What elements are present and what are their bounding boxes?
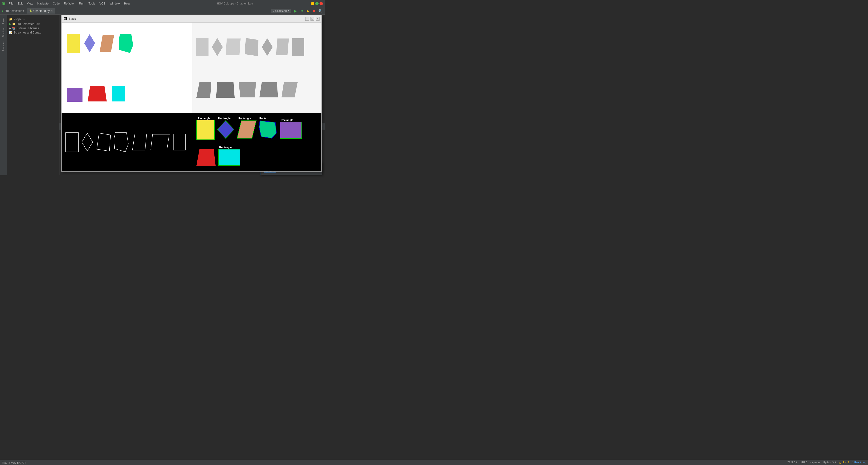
gray-shape-6 (276, 38, 289, 56)
menu-navigate[interactable]: Navigate (35, 1, 51, 6)
tree-item-3rd-semester[interactable]: ▶ 📁 3rd Semester DAR (7, 22, 59, 26)
labeled-orange-parallelogram: Rectangle (237, 117, 257, 140)
labeled-red-trapezoid (196, 145, 216, 166)
file-tree-header: 📁 Project ▾ (7, 16, 59, 22)
tree-item-external-libs[interactable]: ▶ 📚 External Libraries (7, 26, 59, 30)
svg-marker-12 (276, 38, 289, 55)
menu-refactor[interactable]: Refactor (62, 1, 76, 6)
svg-text:Recta: Recta (259, 117, 267, 120)
stack-minimize-button[interactable]: — (305, 17, 309, 21)
app-logo: ▣ (2, 1, 5, 6)
svg-rect-26 (196, 120, 214, 140)
tree-item-scratches[interactable]: 📝 Scratches and Cons... (7, 30, 59, 35)
stop-button[interactable]: ■ (311, 8, 317, 13)
chevron-down-icon: ▾ (23, 18, 25, 21)
stack-title-text: Stack (69, 17, 76, 21)
svg-rect-7 (196, 38, 209, 56)
update-button[interactable]: ↻ (299, 8, 304, 13)
svg-marker-20 (82, 133, 93, 151)
stack-restore-button[interactable]: □ (310, 17, 314, 21)
project-selector[interactable]: ● 3rd Semester ▾ (2, 9, 24, 12)
branch-selector[interactable]: ⑂ Chapter 8 ▾ (271, 9, 291, 13)
toolbar-icons: ▶ ↻ ▶ ■ 🔍 (293, 8, 323, 13)
menu-edit[interactable]: Edit (16, 1, 25, 6)
svg-text:Rectangle: Rectangle (198, 117, 210, 120)
sidebar-project-icon[interactable]: Project (2, 16, 5, 24)
gray-trap-2 (215, 81, 235, 98)
menu-view[interactable]: View (25, 1, 35, 6)
svg-text:Rectangle: Rectangle (281, 119, 293, 122)
stack-titlebar: 🖼 Stack — □ ✕ (62, 15, 321, 23)
chevron-icon: ▾ (23, 9, 24, 12)
svg-marker-30 (237, 121, 256, 138)
svg-marker-2 (100, 35, 114, 52)
svg-marker-18 (281, 82, 298, 97)
folder-icon: 📁 (9, 18, 12, 21)
menu-file[interactable]: File (7, 1, 15, 6)
gray-shape-1 (196, 37, 209, 57)
svg-text:Rectangle: Rectangle (218, 117, 230, 120)
shape-orange-parallelogram (99, 34, 115, 52)
outline-shape-2 (81, 133, 93, 152)
outline-shape-5 (131, 134, 148, 151)
main-layout: Project Structure Favorites 📁 Project ▾ … (0, 15, 325, 175)
outline-shape-4 (114, 132, 129, 152)
tab-chapter8[interactable]: 🐍 Chapter 8.py ✕ (27, 8, 55, 13)
search-button[interactable]: 🔍 (318, 8, 323, 13)
svg-marker-15 (216, 82, 235, 98)
labeled-blue-diamond: Rectangle (217, 117, 235, 140)
minimize-button[interactable] (311, 2, 314, 5)
svg-rect-4 (67, 88, 83, 102)
branch-chevron: ▾ (288, 9, 289, 12)
menu-vcs[interactable]: VCS (97, 1, 107, 6)
svg-marker-5 (88, 86, 107, 101)
menu-window[interactable]: Window (108, 1, 122, 6)
shapes-gray-panel (192, 23, 321, 113)
svg-marker-10 (245, 38, 258, 56)
stack-close-button[interactable]: ✕ (316, 17, 319, 21)
right-controls: ⑂ Chapter 8 ▾ ▶ ↻ ▶ ■ 🔍 (271, 8, 323, 13)
project-tree-label: Project (13, 18, 22, 21)
expand-icon-ext: ▶ (9, 27, 11, 30)
close-tab-icon[interactable]: ✕ (51, 9, 53, 12)
sidebar-structure-icon[interactable]: Structure (2, 28, 5, 37)
svg-marker-32 (259, 121, 277, 138)
svg-marker-24 (151, 134, 169, 150)
menu-run[interactable]: Run (77, 1, 86, 6)
svg-rect-19 (66, 133, 79, 152)
window-controls (311, 2, 323, 5)
tree-label-3rd-semester: 3rd Semester (17, 22, 34, 26)
menu-code[interactable]: Code (51, 1, 62, 6)
expand-icon: ▶ (9, 22, 11, 26)
outline-shape-7 (173, 134, 186, 151)
menu-tools[interactable]: Tools (87, 1, 97, 6)
maximize-button[interactable] (315, 2, 318, 5)
python-icon: 🐍 (29, 9, 32, 12)
library-icon: 📚 (12, 27, 16, 30)
svg-marker-8 (212, 38, 223, 56)
outline-shape-1 (65, 132, 79, 152)
labeled-yellow-rect: Rectangle (196, 117, 215, 140)
stack-win-controls: — □ ✕ (305, 17, 319, 21)
svg-marker-9 (226, 38, 241, 55)
gray-shape-3 (226, 38, 241, 56)
labeled-cyan-rect: Rectangle (218, 145, 241, 166)
shape-yellow-rect (66, 33, 80, 54)
run-button[interactable]: ▶ (293, 8, 298, 13)
tab-label: Chapter 8.py (33, 9, 50, 12)
svg-marker-36 (196, 149, 216, 166)
file-tree: 📁 Project ▾ ▶ 📁 3rd Semester DAR ▶ 📚 Ext… (7, 15, 59, 175)
svg-marker-3 (119, 34, 133, 53)
outline-shape-6 (150, 134, 170, 151)
close-button[interactable] (319, 2, 323, 5)
svg-marker-22 (114, 133, 128, 152)
tree-label-scratches: Scratches and Cons... (13, 31, 41, 34)
svg-marker-17 (259, 82, 278, 97)
debug-button[interactable]: ▶ (305, 8, 310, 13)
svg-marker-14 (196, 82, 211, 98)
stack-content: Rectangle Rectangle Rectangle (62, 23, 321, 171)
sidebar-favorites-icon[interactable]: Favorites (2, 41, 5, 51)
menu-help[interactable]: Help (122, 1, 132, 6)
svg-marker-11 (262, 38, 273, 56)
svg-rect-25 (173, 134, 185, 150)
